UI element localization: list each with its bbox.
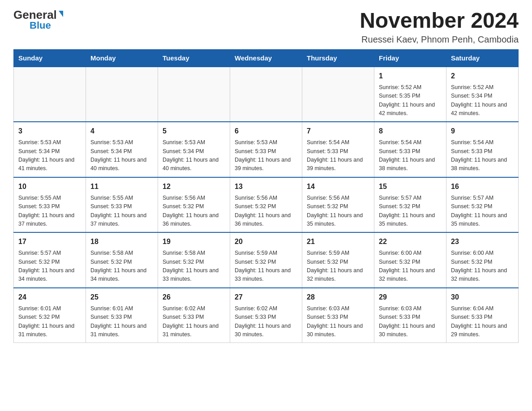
day-number: 1 [379,71,442,81]
calendar-cell: 20Sunrise: 5:59 AM Sunset: 5:32 PM Dayli… [230,232,302,288]
calendar-cell: 11Sunrise: 5:55 AM Sunset: 5:33 PM Dayli… [86,177,158,233]
calendar-day-header-saturday: Saturday [446,49,519,67]
calendar-cell: 15Sunrise: 5:57 AM Sunset: 5:32 PM Dayli… [374,177,446,233]
calendar-cell: 12Sunrise: 5:56 AM Sunset: 5:32 PM Dayli… [158,177,230,233]
calendar-week-row: 3Sunrise: 5:53 AM Sunset: 5:34 PM Daylig… [14,122,519,177]
day-number: 9 [451,126,514,137]
location-text: Ruessei Kaev, Phnom Penh, Cambodia [360,34,519,45]
day-info: Sunrise: 5:58 AM Sunset: 5:32 PM Dayligh… [90,249,153,284]
calendar-cell: 29Sunrise: 6:03 AM Sunset: 5:33 PM Dayli… [374,288,446,343]
calendar-cell [14,67,86,122]
calendar-cell: 1Sunrise: 5:52 AM Sunset: 5:35 PM Daylig… [374,67,446,122]
day-number: 6 [235,126,297,137]
calendar-cell: 28Sunrise: 6:03 AM Sunset: 5:33 PM Dayli… [302,288,374,343]
logo-blue-text: Blue [30,21,51,30]
calendar-cell [302,67,374,122]
day-info: Sunrise: 5:53 AM Sunset: 5:34 PM Dayligh… [90,138,153,173]
day-number: 12 [163,181,225,192]
day-number: 24 [18,292,81,303]
calendar-day-header-friday: Friday [374,49,446,67]
calendar-cell: 10Sunrise: 5:55 AM Sunset: 5:33 PM Dayli… [14,177,86,233]
calendar-cell: 23Sunrise: 6:00 AM Sunset: 5:32 PM Dayli… [446,232,519,288]
calendar-cell: 7Sunrise: 5:54 AM Sunset: 5:33 PM Daylig… [302,122,374,177]
day-number: 7 [307,126,369,137]
day-info: Sunrise: 5:55 AM Sunset: 5:33 PM Dayligh… [18,194,81,229]
calendar-day-header-sunday: Sunday [14,49,86,67]
day-number: 28 [307,292,369,303]
day-number: 4 [90,126,153,137]
day-info: Sunrise: 6:01 AM Sunset: 5:32 PM Dayligh… [18,304,81,339]
day-number: 10 [18,181,81,192]
day-info: Sunrise: 6:03 AM Sunset: 5:33 PM Dayligh… [379,304,442,339]
calendar-cell: 21Sunrise: 5:59 AM Sunset: 5:32 PM Dayli… [302,232,374,288]
day-info: Sunrise: 5:56 AM Sunset: 5:32 PM Dayligh… [235,194,297,229]
calendar-cell: 5Sunrise: 5:53 AM Sunset: 5:34 PM Daylig… [158,122,230,177]
day-number: 18 [90,236,153,247]
calendar-cell: 17Sunrise: 5:57 AM Sunset: 5:32 PM Dayli… [14,232,86,288]
day-info: Sunrise: 5:59 AM Sunset: 5:32 PM Dayligh… [235,249,297,284]
calendar-cell: 6Sunrise: 5:53 AM Sunset: 5:33 PM Daylig… [230,122,302,177]
day-number: 30 [451,292,514,303]
day-number: 2 [451,71,514,81]
day-number: 17 [18,236,81,247]
calendar-week-row: 24Sunrise: 6:01 AM Sunset: 5:32 PM Dayli… [14,288,519,343]
day-number: 27 [235,292,297,303]
day-info: Sunrise: 6:00 AM Sunset: 5:32 PM Dayligh… [379,249,442,284]
day-info: Sunrise: 6:01 AM Sunset: 5:33 PM Dayligh… [90,304,153,339]
calendar-day-header-monday: Monday [86,49,158,67]
day-number: 8 [379,126,442,137]
day-info: Sunrise: 6:02 AM Sunset: 5:33 PM Dayligh… [235,304,297,339]
calendar-cell: 3Sunrise: 5:53 AM Sunset: 5:34 PM Daylig… [14,122,86,177]
logo-general-text: General [13,9,57,21]
day-number: 20 [235,236,297,247]
calendar-cell: 2Sunrise: 5:52 AM Sunset: 5:34 PM Daylig… [446,67,519,122]
calendar-cell: 8Sunrise: 5:54 AM Sunset: 5:33 PM Daylig… [374,122,446,177]
day-number: 22 [379,236,442,247]
calendar-cell: 19Sunrise: 5:58 AM Sunset: 5:32 PM Dayli… [158,232,230,288]
day-number: 3 [18,126,81,137]
logo-triangle-icon [59,11,63,17]
calendar-week-row: 17Sunrise: 5:57 AM Sunset: 5:32 PM Dayli… [14,232,519,288]
calendar-week-row: 1Sunrise: 5:52 AM Sunset: 5:35 PM Daylig… [14,67,519,122]
day-number: 11 [90,181,153,192]
day-info: Sunrise: 5:57 AM Sunset: 5:32 PM Dayligh… [379,194,442,229]
month-title: November 2024 [360,9,519,33]
day-info: Sunrise: 5:56 AM Sunset: 5:32 PM Dayligh… [307,194,369,229]
calendar-cell: 9Sunrise: 5:54 AM Sunset: 5:33 PM Daylig… [446,122,519,177]
day-number: 15 [379,181,442,192]
day-info: Sunrise: 5:54 AM Sunset: 5:33 PM Dayligh… [451,138,514,173]
calendar-cell [158,67,230,122]
day-info: Sunrise: 6:03 AM Sunset: 5:33 PM Dayligh… [307,304,369,339]
day-info: Sunrise: 5:53 AM Sunset: 5:33 PM Dayligh… [235,138,297,173]
calendar-cell: 27Sunrise: 6:02 AM Sunset: 5:33 PM Dayli… [230,288,302,343]
day-number: 14 [307,181,369,192]
calendar-cell: 13Sunrise: 5:56 AM Sunset: 5:32 PM Dayli… [230,177,302,233]
calendar-day-header-thursday: Thursday [302,49,374,67]
day-number: 26 [163,292,225,303]
day-number: 21 [307,236,369,247]
day-info: Sunrise: 5:52 AM Sunset: 5:35 PM Dayligh… [379,83,442,118]
day-number: 25 [90,292,153,303]
logo: General Blue [13,9,63,30]
day-info: Sunrise: 5:52 AM Sunset: 5:34 PM Dayligh… [451,83,514,118]
calendar-cell: 30Sunrise: 6:04 AM Sunset: 5:33 PM Dayli… [446,288,519,343]
day-info: Sunrise: 5:57 AM Sunset: 5:32 PM Dayligh… [18,249,81,284]
calendar-cell: 25Sunrise: 6:01 AM Sunset: 5:33 PM Dayli… [86,288,158,343]
day-number: 29 [379,292,442,303]
calendar-cell: 24Sunrise: 6:01 AM Sunset: 5:32 PM Dayli… [14,288,86,343]
calendar-day-header-tuesday: Tuesday [158,49,230,67]
day-number: 5 [163,126,225,137]
day-number: 23 [451,236,514,247]
calendar-cell [230,67,302,122]
calendar-cell: 14Sunrise: 5:56 AM Sunset: 5:32 PM Dayli… [302,177,374,233]
title-block: November 2024 Ruessei Kaev, Phnom Penh, … [360,9,519,45]
day-number: 13 [235,181,297,192]
day-info: Sunrise: 5:55 AM Sunset: 5:33 PM Dayligh… [90,194,153,229]
calendar-cell: 22Sunrise: 6:00 AM Sunset: 5:32 PM Dayli… [374,232,446,288]
day-info: Sunrise: 5:58 AM Sunset: 5:32 PM Dayligh… [163,249,225,284]
day-info: Sunrise: 6:02 AM Sunset: 5:33 PM Dayligh… [163,304,225,339]
calendar-cell: 18Sunrise: 5:58 AM Sunset: 5:32 PM Dayli… [86,232,158,288]
calendar-table: SundayMondayTuesdayWednesdayThursdayFrid… [13,49,519,343]
day-info: Sunrise: 5:59 AM Sunset: 5:32 PM Dayligh… [307,249,369,284]
calendar-week-row: 10Sunrise: 5:55 AM Sunset: 5:33 PM Dayli… [14,177,519,233]
